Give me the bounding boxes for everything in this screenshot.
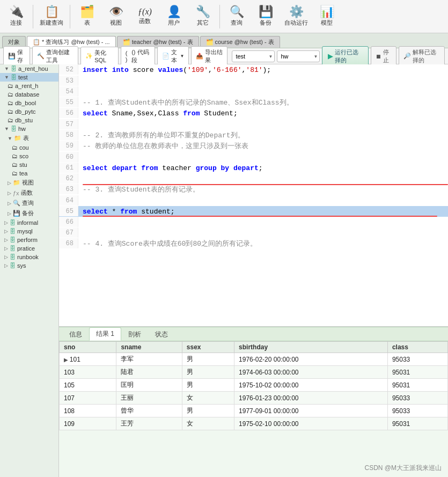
sidebar-item-pratice[interactable]: ▷ 🗄 pratice (0, 244, 58, 253)
query-button[interactable]: 🔍 查询 (223, 2, 251, 32)
user-icon: 👤 (167, 6, 181, 18)
line-content: -- 4. 查询Score表中成绩在60到80之间的所有记录。 (78, 238, 448, 249)
code-line-63[interactable]: 63-- 3. 查询Student表的所有记录。 (59, 184, 448, 195)
code-line-57[interactable]: 57 (59, 119, 448, 130)
cell-sbirthday: 1976-01-23 00:00:00 (234, 392, 388, 405)
cell-ssex: 女 (182, 417, 234, 430)
result-tab-result1[interactable]: 结果 1 (89, 327, 121, 341)
backup-label: 备份 (260, 19, 271, 27)
sidebar-item-hw-backup[interactable]: ▷ 💾 备份 (0, 208, 58, 218)
sidebar-item-db_bool[interactable]: 🗂 db_bool (0, 99, 58, 107)
table-row[interactable]: 107王丽女1976-01-23 00:00:0095033 (60, 392, 448, 405)
sidebar-item-hw-queries[interactable]: ▷ 🔍 查询 (0, 198, 58, 208)
sidebar-item-perform[interactable]: ▷ 🗄 perform (0, 236, 58, 244)
text-dropdown-icon: ▼ (180, 54, 184, 58)
function-button[interactable]: ƒ(x) 函数 (131, 2, 159, 32)
model-label: 模型 (321, 19, 333, 27)
sidebar-item-mysql[interactable]: ▷ 🗄 mysql (0, 227, 58, 236)
sidebar-item-db_pytc[interactable]: 🗂 db_pytc (0, 107, 58, 116)
sidebar-item-a_rent_h[interactable]: 🗂 a_rent_h (0, 82, 58, 90)
new-query-label: 新建查询 (40, 19, 63, 27)
line-number: 58 (59, 130, 78, 140)
sidebar-item-hw-tables[interactable]: ▼ 📁 表 (0, 133, 58, 143)
result-tab-profiling[interactable]: 剖析 (121, 328, 148, 341)
code-line-55[interactable]: 55-- 1. 查询Student表中的所有记录的Sname、Ssex和Clas… (59, 97, 448, 108)
sidebar-item-runbook[interactable]: ▷ 🗄 runbook (0, 253, 58, 261)
sidebar-item-hw-funcs[interactable]: ▷ ƒx 函数 (0, 188, 58, 198)
code-line-65[interactable]: 65select * from student; (59, 206, 448, 217)
code-line-64[interactable]: 64 (59, 195, 448, 206)
sidebar-item-sco[interactable]: 🗂 sco (0, 152, 58, 160)
code-line-62[interactable]: 62 (59, 173, 448, 184)
sidebar-item-tea[interactable]: 🗂 tea (0, 169, 58, 178)
schema-select-wrap: hw (277, 50, 320, 62)
result-tab-status[interactable]: 状态 (148, 328, 175, 341)
code-line-66[interactable]: 66 (59, 217, 448, 228)
save-button[interactable]: 💾 保存 (3, 46, 30, 67)
line-number: 67 (59, 228, 78, 238)
code-line-53[interactable]: 53 (59, 76, 448, 86)
autorun-button[interactable]: ⚙️ 自动运行 (281, 2, 312, 32)
sidebar-item-a_rent_hou[interactable]: ▼ 🗄 a_rent_hou (0, 64, 58, 73)
user-button[interactable]: 👤 用户 (160, 2, 188, 32)
table-row[interactable]: 103陆君男1974-06-03 00:00:0095031 (60, 366, 448, 379)
sidebar-item-database[interactable]: 🗂 database (0, 90, 58, 99)
sidebar-item-test[interactable]: ▼ 🗄 test (0, 73, 58, 82)
arrow-funcs: ▷ (8, 190, 11, 196)
cell-sno: 101 (60, 353, 116, 366)
code-line-54[interactable]: 54 (59, 86, 448, 97)
export-button[interactable]: 📤 导出结果 (191, 46, 227, 67)
result-tab-info[interactable]: 信息 (62, 328, 89, 341)
cell-sname: 陆君 (116, 366, 182, 379)
code-line-58[interactable]: 58-- 2. 查询教师所有的单位即不重复的Depart列。 (59, 130, 448, 141)
new-query-button[interactable]: 📋 新建查询 (36, 2, 67, 32)
cell-sbirthday: 1975-02-10 00:00:00 (234, 417, 388, 430)
sidebar-item-hw-views[interactable]: ▷ 📁 视图 (0, 178, 58, 188)
cell-class: 95031 (387, 417, 447, 430)
sidebar-item-stu[interactable]: 🗂 stu (0, 160, 58, 169)
schema-select[interactable]: hw (277, 50, 320, 62)
sidebar-item-informal[interactable]: ▷ 🗄 informal (0, 218, 58, 227)
results-tabs: 信息 结果 1 剖析 状态 (59, 327, 448, 341)
text-button[interactable]: 📄 文本 ▼ (157, 46, 189, 67)
code-line-67[interactable]: 67 (59, 228, 448, 238)
col-header-sname: sname (116, 342, 182, 353)
line-number: 63 (59, 184, 78, 194)
stop-icon: ⏹ (376, 53, 381, 60)
db-selector: test hw hw (232, 50, 320, 62)
beautify-button[interactable]: ✨ 美化 SQL (80, 47, 119, 65)
code-editor[interactable]: 52insert into score values('109','6-166'… (59, 64, 448, 327)
db-select-wrap: test hw (232, 50, 275, 62)
table-row[interactable]: 109王芳女1975-02-10 00:00:0095031 (60, 417, 448, 430)
code-line-56[interactable]: 56select Sname,Ssex,Class from Student; (59, 108, 448, 119)
code-line-68[interactable]: 68-- 4. 查询Score表中成绩在60到80之间的所有记录。 (59, 238, 448, 249)
code-segment-button[interactable]: ( ) () 代码段 (121, 46, 156, 67)
sidebar-item-hw[interactable]: ▼ 🗄 hw (0, 124, 58, 133)
code-line-61[interactable]: 61select depart from teacher group by de… (59, 163, 448, 174)
sidebar-item-cou[interactable]: 🗂 cou (0, 143, 58, 152)
code-line-60[interactable]: 60 (59, 152, 448, 163)
code-line-52[interactable]: 52insert into score values('109','6-166'… (59, 64, 448, 76)
data-table: snosnamessexsbirthdayclass101李军男1976-02-… (59, 341, 448, 430)
table-row[interactable]: 108曾华男1977-09-01 00:00:0095033 (60, 405, 448, 417)
connect-button[interactable]: 🔌 连接 (2, 2, 30, 32)
sidebar-item-db_stu[interactable]: 🗂 db_stu (0, 116, 58, 124)
run-selected-button[interactable]: ▶ 运行已选择的 (322, 46, 369, 67)
table-button[interactable]: 🗂️ 表 (73, 2, 101, 32)
stop-button[interactable]: ⏹ 停止 (371, 46, 396, 67)
db-select[interactable]: test hw (232, 50, 275, 62)
table-row[interactable]: 105匡明男1975-10-02 00:00:0095031 (60, 379, 448, 392)
explain-button[interactable]: 🔎 解释已选择的 (399, 46, 445, 67)
sidebar-item-sys[interactable]: ▷ 🗄 sys (0, 261, 58, 270)
line-content (78, 228, 448, 228)
table-icon-cou: 🗂 (12, 144, 18, 151)
code-line-59[interactable]: 59-- 教师的单位信息在教师表中，这里只涉及到一张表 (59, 141, 448, 152)
other-button[interactable]: 🔧 其它 (189, 2, 217, 32)
table-row[interactable]: 101李军男1976-02-20 00:00:0095033 (60, 353, 448, 366)
backup-button[interactable]: 💾 备份 (252, 2, 280, 32)
col-header-sno: sno (60, 342, 116, 353)
model-button[interactable]: 📊 模型 (313, 2, 341, 32)
query-builder-button[interactable]: 🔨 查询创建工具 (32, 46, 78, 67)
view-label: 视图 (110, 19, 122, 27)
view-button[interactable]: 👁️ 视图 (102, 2, 130, 32)
